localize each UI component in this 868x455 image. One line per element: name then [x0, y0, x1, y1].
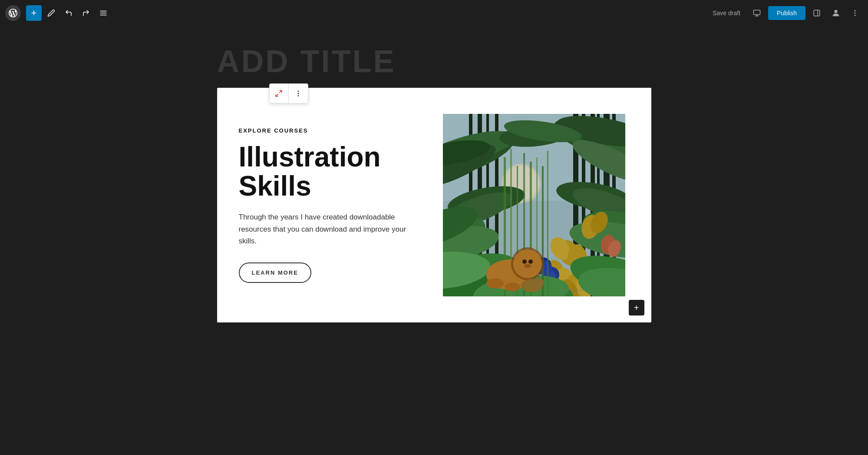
sidebar-toggle-button[interactable] — [809, 5, 825, 21]
description: Through the years I have created downloa… — [239, 211, 417, 247]
ellipsis-vertical-icon — [294, 90, 302, 97]
plus-icon: + — [31, 7, 37, 19]
content-block-wrapper: EXPLORE COURSES Illustration Skills Thro… — [217, 88, 651, 322]
toolbar-left: + — [5, 5, 706, 21]
undo-icon — [65, 9, 73, 17]
toolbar-right: Save draft Publish — [707, 5, 863, 21]
svg-point-10 — [855, 13, 855, 13]
learn-more-button[interactable]: LEARN MORE — [239, 262, 311, 283]
save-draft-button[interactable]: Save draft — [707, 6, 746, 20]
content-left: EXPLORE COURSES Illustration Skills Thro… — [239, 114, 417, 296]
block-more-options-button[interactable] — [289, 84, 308, 103]
redo-icon — [82, 9, 90, 17]
sidebar-icon — [813, 9, 821, 17]
pen-icon — [47, 9, 55, 17]
canvas-area: ADD TITLE — [0, 26, 868, 455]
explore-label: EXPLORE COURSES — [239, 127, 417, 134]
wordpress-logo[interactable] — [5, 5, 21, 21]
toolbar: + — [0, 0, 868, 26]
svg-rect-6 — [814, 10, 820, 16]
svg-point-11 — [855, 15, 855, 16]
svg-point-9 — [855, 10, 855, 11]
content-right: Henri Rousseau — [443, 114, 625, 296]
edit-button[interactable] — [43, 5, 59, 21]
document-overview-button[interactable] — [96, 5, 111, 21]
undo-button[interactable] — [61, 5, 76, 21]
painting-image: Henri Rousseau — [443, 114, 625, 296]
svg-point-14 — [298, 91, 299, 92]
more-options-button[interactable] — [847, 5, 863, 21]
add-block-bottom-button[interactable]: + — [629, 300, 644, 316]
svg-point-16 — [298, 96, 299, 96]
monitor-icon — [753, 9, 761, 17]
svg-line-13 — [276, 94, 278, 96]
user-avatar-button[interactable] — [828, 5, 844, 21]
add-block-button[interactable]: + — [26, 5, 42, 21]
content-block: EXPLORE COURSES Illustration Skills Thro… — [217, 88, 651, 322]
list-icon — [99, 9, 107, 17]
publish-button[interactable]: Publish — [768, 6, 805, 20]
add-title-area: ADD TITLE — [217, 43, 651, 79]
redo-button[interactable] — [78, 5, 94, 21]
block-toolbar — [269, 83, 308, 103]
main-title[interactable]: Illustration Skills — [239, 143, 417, 201]
plus-icon: + — [634, 303, 639, 313]
svg-point-15 — [298, 93, 299, 94]
more-vertical-icon — [851, 9, 859, 17]
preview-button[interactable] — [749, 5, 765, 21]
svg-line-12 — [280, 90, 282, 93]
add-title-placeholder[interactable]: ADD TITLE — [217, 43, 651, 79]
svg-rect-94 — [443, 114, 625, 296]
svg-point-8 — [834, 10, 837, 13]
expand-icon — [275, 90, 283, 97]
block-expand-button[interactable] — [270, 84, 289, 103]
user-icon — [831, 8, 841, 18]
svg-rect-3 — [754, 10, 760, 15]
